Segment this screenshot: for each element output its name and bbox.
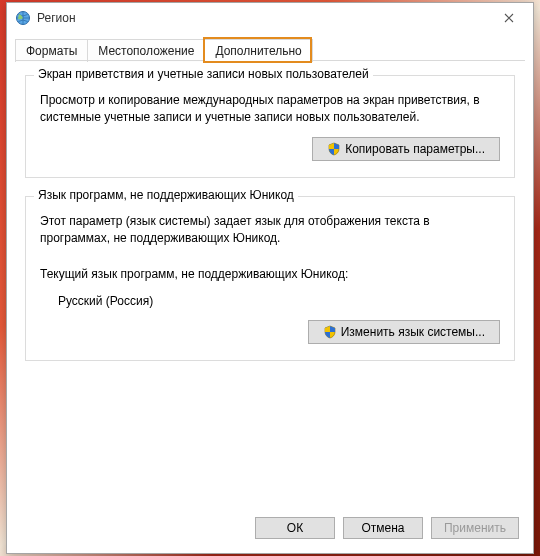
current-language-label: Текущий язык программ, не поддерживающих… (40, 266, 500, 283)
tab-strip: Форматы Местоположение Дополнительно (7, 33, 533, 61)
tab-content: Экран приветствия и учетные записи новых… (7, 61, 533, 507)
tab-location[interactable]: Местоположение (88, 39, 205, 62)
apply-button[interactable]: Применить (431, 517, 519, 539)
group-non-unicode-title: Язык программ, не поддерживающих Юникод (34, 188, 298, 202)
group-welcome-screen: Экран приветствия и учетные записи новых… (25, 75, 515, 178)
close-button[interactable] (489, 4, 529, 32)
current-language-value: Русский (Россия) (58, 293, 500, 310)
group-welcome-desc: Просмотр и копирование международных пар… (40, 92, 500, 127)
titlebar: Регион (7, 3, 533, 33)
region-dialog: Регион Форматы Местоположение Дополнител… (6, 2, 534, 554)
ok-button[interactable]: ОК (255, 517, 335, 539)
window-title: Регион (37, 11, 489, 25)
tab-formats[interactable]: Форматы (15, 39, 88, 62)
shield-icon (323, 325, 337, 339)
group-non-unicode: Язык программ, не поддерживающих Юникод … (25, 196, 515, 362)
shield-icon (327, 142, 341, 156)
copy-settings-label: Копировать параметры... (345, 142, 485, 156)
copy-settings-button[interactable]: Копировать параметры... (312, 137, 500, 161)
group-welcome-title: Экран приветствия и учетные записи новых… (34, 67, 373, 81)
group-non-unicode-desc: Этот параметр (язык системы) задает язык… (40, 213, 500, 248)
change-system-locale-label: Изменить язык системы... (341, 325, 485, 339)
tab-advanced[interactable]: Дополнительно (205, 39, 312, 62)
dialog-footer: ОК Отмена Применить (7, 507, 533, 553)
change-system-locale-button[interactable]: Изменить язык системы... (308, 320, 500, 344)
cancel-button[interactable]: Отмена (343, 517, 423, 539)
globe-icon (15, 10, 31, 26)
